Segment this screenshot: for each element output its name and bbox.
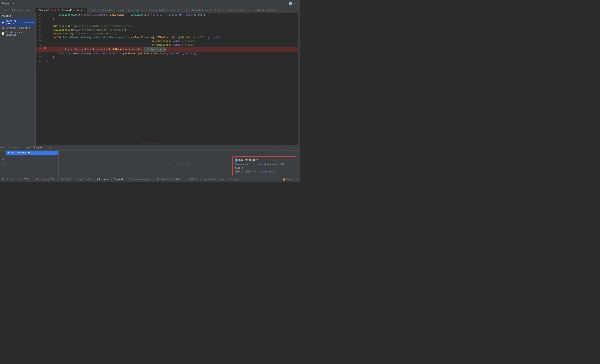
- close-icon-3[interactable]: ✕: [113, 9, 114, 11]
- vc-download-icon[interactable]: ⬇: [1, 173, 5, 176]
- java-enterprise-item[interactable]: Java Enterprise: [203, 178, 224, 181]
- sep7: |: [153, 178, 154, 181]
- findbugs-item[interactable]: FindBugs-IDEA: [35, 178, 55, 181]
- checkstyle-item[interactable]: CheckStyle: [77, 178, 91, 181]
- gutter-73: [43, 47, 47, 49]
- main-layout: Project 📁 learning-game-api ~/Documents/…: [0, 13, 300, 145]
- tab-label-3: application.yml: [91, 9, 111, 12]
- line-num-69: 69: [36, 32, 43, 36]
- line-num-75: 75: [36, 55, 43, 59]
- code-line-73: 73 Klass klass = klassService.findByIdAn…: [36, 47, 298, 52]
- tab-students-executor[interactable]: ☕ StudentsAnswerQuizStatisticsExecutor.j…: [187, 8, 251, 13]
- tab-student-stats-controller[interactable]: ☕ StudentStatisticsController.java ✕: [35, 8, 87, 13]
- vc-forward-icon[interactable]: →: [284, 146, 287, 150]
- line-text-76: }: [47, 59, 298, 63]
- event-log-item[interactable]: 🔔 Event Log: [283, 178, 299, 181]
- tabs-bar: ☕ VersionService.java ✕ ☕ StudentStatist…: [0, 7, 300, 13]
- top-icons: 🔄 ⬆ ⋯: [289, 2, 299, 5]
- tab-application-yml[interactable]: ⚙ application.yml ✕: [87, 8, 116, 13]
- vc-settings-icon[interactable]: ⚙: [292, 146, 295, 150]
- yml-icon: ⚙: [89, 9, 90, 12]
- sep10: |: [226, 178, 227, 181]
- code-editor[interactable]: 64 ▸ LocalDateTime.of(studentUsageParam.…: [36, 13, 298, 145]
- vc-minimize-icon[interactable]: —: [295, 146, 299, 150]
- sidebar-header: Project: [0, 13, 36, 19]
- line-text-69: @PreAuthorize("hasAnyRole('ROLE_TEACHER'…: [47, 32, 298, 36]
- vc-back-icon[interactable]: ←: [281, 146, 284, 150]
- close-icon-6[interactable]: ✕: [248, 9, 249, 11]
- vc-tab-local-changes[interactable]: Local Changes: [22, 146, 45, 150]
- close-icon-4[interactable]: ✕: [146, 9, 147, 11]
- line-text-74: return studentsAnswerQuizStatisticsExecu…: [47, 52, 298, 55]
- code-line-71: 71 @RequestParam(value = "versio: [36, 39, 298, 43]
- vc-tabs-row: Version Control: Local Changes Log ↑ ↓ ✎…: [0, 145, 300, 151]
- todo-item[interactable]: 6: TODO: [19, 178, 29, 181]
- vc-diff-icon[interactable]: ≑: [1, 167, 5, 171]
- sidebar-item-scratches[interactable]: 📝 Scratches and Consoles: [0, 30, 36, 37]
- line-text-73: Klass klass = klassService.findByIdAndAc…: [47, 47, 298, 52]
- tab-label-5: application-local.yml: [153, 9, 182, 12]
- sidebar-item-project[interactable]: 📁 learning-game-api ~/Documents/p3/learn…: [0, 19, 36, 26]
- vc-revert-icon[interactable]: ↩: [1, 162, 5, 165]
- line-text-65: }: [47, 17, 298, 21]
- folder-open-icon: 📁: [1, 21, 5, 24]
- more-icon[interactable]: ⋯: [297, 2, 299, 5]
- kp-shortcut1: ⌘9: [235, 170, 240, 173]
- sep4: |: [74, 178, 75, 181]
- vc-help-icon[interactable]: ?: [288, 146, 291, 150]
- line-num-68: 68: [36, 28, 43, 32]
- sidebar: Project 📁 learning-game-api ~/Documents/…: [0, 13, 36, 145]
- db-changes-item[interactable]: Database Changes: [129, 178, 150, 181]
- sep5: |: [93, 178, 94, 181]
- close-icon-7[interactable]: ✕: [281, 9, 282, 11]
- tab-jdk-dynamic[interactable]: ☕ JdkDynamicAopPr... ✕: [251, 8, 284, 13]
- checkstyle-label: CheckStyle: [77, 178, 91, 181]
- upload-icon[interactable]: ⬆: [294, 2, 295, 5]
- statistic-item[interactable]: Statistic: [1, 178, 14, 181]
- refresh-icon[interactable]: 🔄: [289, 2, 292, 5]
- vc-down-icon[interactable]: ↓: [273, 146, 276, 150]
- code-content: 64 ▸ LocalDateTime.of(studentUsageParam.…: [36, 13, 298, 145]
- gutter-64: ▸: [43, 13, 47, 17]
- vc-left-panel: Default Changelist: [6, 151, 59, 177]
- event-log-icon: 🔔: [283, 178, 286, 181]
- close-icon[interactable]: ✕: [31, 9, 32, 11]
- kp-dismiss-link[interactable]: Don't show again: [253, 171, 275, 173]
- code-line-65: 65 }: [36, 17, 298, 21]
- vc-edit-icon[interactable]: ✎: [277, 146, 280, 150]
- tab-application-local-yml[interactable]: ⚙ application-local.yml ✕: [150, 8, 187, 13]
- kp-header: X Key Promoter X: [235, 159, 294, 162]
- tab-application-qa-yml[interactable]: ⚙ application-qa.yml ✕: [116, 8, 149, 13]
- version-control-item[interactable]: 9: Version Control: [97, 178, 123, 181]
- spring-item[interactable]: Spring: [230, 178, 238, 181]
- terminal-item[interactable]: Terminal: [60, 178, 71, 181]
- line-text-70: public List<StudentAnswerQuizStatisticsR…: [47, 36, 298, 39]
- changelist-label: Default Changelist: [8, 151, 32, 154]
- vc-check-icon[interactable]: ✓: [1, 152, 5, 155]
- sidebar-title: Project: [1, 15, 11, 18]
- tab-version-service[interactable]: ☕ VersionService.java ✕: [0, 8, 35, 13]
- todo-label: 6: TODO: [19, 178, 29, 181]
- line-text-64: LocalDateTime.of(studentUsageParam.getEn…: [47, 13, 298, 17]
- code-line-74: 74 return studentsAnswerQuizStatisticsEx…: [36, 52, 298, 55]
- line-num-70: 70: [36, 36, 43, 39]
- lua-check-item[interactable]: LuaCheck: [187, 178, 198, 181]
- vc-tab-log[interactable]: Log: [45, 146, 53, 150]
- breakpoint-icon[interactable]: [44, 47, 46, 49]
- vc-up-icon[interactable]: ↑: [269, 146, 272, 150]
- java-icon-4: ☕: [253, 9, 254, 12]
- alibaba-item[interactable]: Alibaba Cloud View: [157, 178, 181, 181]
- project-menu[interactable]: Project ▾: [1, 2, 14, 5]
- code-line-64: 64 ▸ LocalDateTime.of(studentUsageParam.…: [36, 13, 298, 17]
- vc-default-changelist[interactable]: Default Changelist: [6, 151, 58, 155]
- sidebar-project-label: learning-game-api: [6, 20, 18, 25]
- right-scrollbar[interactable]: [298, 13, 300, 145]
- close-icon-2[interactable]: ✕: [84, 9, 85, 12]
- kp-command-link[interactable]: Version Control: [246, 163, 266, 166]
- close-icon-5[interactable]: ✕: [183, 9, 185, 11]
- vc-refresh-icon[interactable]: ↺: [1, 157, 5, 160]
- kp-icon-label: X: [236, 159, 237, 161]
- sidebar-item-external-libraries[interactable]: 📚 External Libraries: [0, 26, 36, 30]
- line-text-71: @RequestParam(value = "versio: [47, 39, 298, 43]
- gutter-67: ▸: [43, 24, 47, 28]
